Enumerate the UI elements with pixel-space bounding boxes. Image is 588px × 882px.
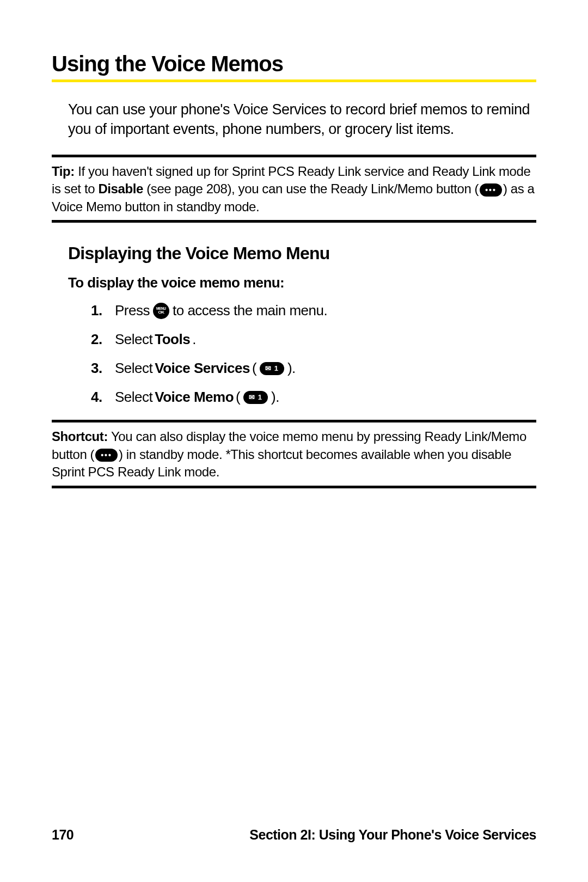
divider	[52, 155, 536, 157]
step-1: 1. Press to access the main menu.	[91, 301, 536, 320]
intro-paragraph: You can use your phone's Voice Services …	[68, 100, 536, 139]
steps-list: 1. Press to access the main menu. 2. Sel…	[91, 301, 536, 407]
key-1-icon	[243, 391, 268, 404]
step-text: Select	[115, 359, 152, 378]
readylink-button-icon	[480, 183, 502, 197]
section-heading: Displaying the Voice Memo Menu	[68, 243, 536, 264]
step-text: Select	[115, 388, 152, 407]
tip-bold-1: Disable	[98, 181, 143, 196]
step-number: 3.	[91, 359, 107, 378]
tip-label: Tip:	[52, 164, 75, 179]
step-text: (	[252, 359, 256, 378]
step-bold: Tools	[155, 330, 190, 349]
shortcut-text-2: ) in standby mode. *This shortcut become…	[52, 447, 511, 479]
tip-block: Tip: If you haven't signed up for Sprint…	[52, 163, 536, 216]
step-number: 1.	[91, 301, 107, 320]
key-1-icon	[260, 362, 284, 375]
step-bold: Voice Memo	[155, 388, 234, 407]
divider	[52, 420, 536, 422]
page-heading: Using the Voice Memos	[52, 52, 536, 82]
step-text: ).	[271, 388, 279, 407]
step-text: ).	[287, 359, 296, 378]
shortcut-block: Shortcut: You can also display the voice…	[52, 428, 536, 481]
tip-text-2: (see page 208), you can use the Ready Li…	[143, 181, 479, 196]
step-4: 4. Select Voice Memo ().	[91, 388, 536, 407]
step-number: 4.	[91, 388, 107, 407]
divider	[52, 486, 536, 488]
readylink-button-icon	[95, 449, 118, 462]
step-text: .	[192, 330, 196, 349]
page-footer: 170 Section 2I: Using Your Phone's Voice…	[52, 827, 536, 843]
divider	[52, 220, 536, 223]
step-2: 2. Select Tools.	[91, 330, 536, 349]
step-3: 3. Select Voice Services ().	[91, 359, 536, 378]
page-number: 170	[52, 827, 74, 843]
instruction-heading: To display the voice memo menu:	[68, 274, 536, 291]
step-text: to access the main menu.	[173, 301, 327, 320]
step-text: Select	[115, 330, 152, 349]
shortcut-label: Shortcut:	[52, 429, 108, 444]
step-text: (	[236, 388, 240, 407]
step-bold: Voice Services	[155, 359, 250, 378]
section-title: Section 2I: Using Your Phone's Voice Ser…	[249, 827, 536, 843]
menu-ok-button-icon	[153, 303, 169, 319]
step-number: 2.	[91, 330, 107, 349]
step-text: Press	[115, 301, 150, 320]
